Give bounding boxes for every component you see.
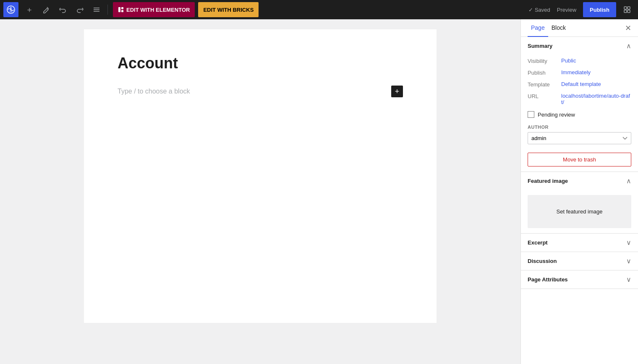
sidebar-tabs: Page Block ✕ xyxy=(521,19,638,37)
url-value[interactable]: localhost/labortime/auto-draft/ xyxy=(561,93,631,105)
excerpt-title: Excerpt xyxy=(528,239,548,246)
featured-image-header[interactable]: Featured image ∧ xyxy=(521,172,638,190)
pending-review-row: Pending review xyxy=(521,108,638,121)
visibility-value[interactable]: Public xyxy=(561,57,576,64)
visibility-label: Visibility xyxy=(528,57,561,64)
page-attributes-title: Page Attributes xyxy=(528,276,568,283)
excerpt-chevron-icon: ∨ xyxy=(626,239,631,247)
url-label: URL xyxy=(528,93,561,99)
publish-row: Publish Immediately xyxy=(521,67,638,78)
excerpt-header[interactable]: Excerpt ∨ xyxy=(521,234,638,252)
wp-logo[interactable] xyxy=(3,2,18,17)
url-row: URL localhost/labortime/auto-draft/ xyxy=(521,90,638,108)
svg-rect-8 xyxy=(628,7,630,9)
tools-button[interactable] xyxy=(89,2,104,17)
main-layout: Account Type / to choose a block + Page … xyxy=(0,19,638,364)
edit-mode-button[interactable] xyxy=(39,2,54,17)
redo-button[interactable] xyxy=(72,2,87,17)
edit-bricks-button[interactable]: EDIT WITH BRICKS xyxy=(198,2,259,17)
author-label: AUTHOR xyxy=(528,125,631,130)
pending-review-checkbox[interactable] xyxy=(528,111,534,118)
svg-rect-6 xyxy=(121,10,123,12)
discussion-title: Discussion xyxy=(528,258,557,264)
publish-label: Publish xyxy=(528,69,561,76)
editor-canvas: Account Type / to choose a block + xyxy=(84,29,437,323)
right-sidebar: Page Block ✕ Summary ∧ Visibility Public… xyxy=(520,19,638,364)
toolbar: ＋ EDIT WITH ELEMENTOR EDIT WITH BRICKS S… xyxy=(0,0,638,19)
featured-image-title: Featured image xyxy=(528,178,568,184)
summary-section-header[interactable]: Summary ∧ xyxy=(521,37,638,55)
svg-rect-5 xyxy=(121,7,123,9)
saved-indicator: Saved xyxy=(528,7,550,13)
page-attributes-chevron-icon: ∨ xyxy=(626,276,631,283)
set-featured-image-button[interactable]: Set featured image xyxy=(528,195,631,228)
visibility-row: Visibility Public xyxy=(521,55,638,67)
page-title[interactable]: Account xyxy=(118,55,403,72)
svg-rect-9 xyxy=(624,10,627,13)
excerpt-section: Excerpt ∨ xyxy=(521,234,638,252)
discussion-chevron-icon: ∨ xyxy=(626,257,631,265)
add-block-inline-button[interactable]: + xyxy=(391,86,403,97)
options-button[interactable] xyxy=(620,2,635,17)
add-block-toolbar-button[interactable]: ＋ xyxy=(22,2,37,17)
summary-section: Summary ∧ Visibility Public Publish Imme… xyxy=(521,37,638,172)
preview-button[interactable]: Preview xyxy=(554,2,580,17)
pending-review-label: Pending review xyxy=(538,112,575,118)
featured-image-section: Featured image ∧ Set featured image xyxy=(521,172,638,234)
featured-image-chevron-icon: ∧ xyxy=(626,177,631,185)
svg-rect-10 xyxy=(628,10,630,13)
author-select[interactable]: admin xyxy=(528,132,631,144)
template-label: Template xyxy=(528,81,561,88)
summary-title: Summary xyxy=(528,43,552,49)
page-attributes-header[interactable]: Page Attributes ∨ xyxy=(521,270,638,289)
editor-area: Account Type / to choose a block + xyxy=(0,19,520,364)
move-trash-button[interactable]: Move to trash xyxy=(528,153,631,166)
template-value[interactable]: Default template xyxy=(561,81,601,87)
publish-value[interactable]: Immediately xyxy=(561,69,591,75)
template-row: Template Default template xyxy=(521,78,638,90)
tab-block[interactable]: Block xyxy=(548,19,569,37)
undo-button[interactable] xyxy=(55,2,71,17)
block-placeholder: Type / to choose a block + xyxy=(118,86,403,97)
tab-page[interactable]: Page xyxy=(528,19,548,37)
svg-rect-4 xyxy=(118,7,120,12)
publish-button[interactable]: Publish xyxy=(583,2,616,17)
svg-rect-7 xyxy=(624,7,627,9)
edit-elementor-button[interactable]: EDIT WITH ELEMENTOR xyxy=(113,2,195,17)
discussion-header[interactable]: Discussion ∨ xyxy=(521,252,638,270)
discussion-section: Discussion ∨ xyxy=(521,252,638,270)
summary-chevron-icon: ∧ xyxy=(626,42,631,50)
sidebar-close-button[interactable]: ✕ xyxy=(625,19,631,36)
page-attributes-section: Page Attributes ∨ xyxy=(521,270,638,289)
author-section: AUTHOR admin xyxy=(521,121,638,149)
